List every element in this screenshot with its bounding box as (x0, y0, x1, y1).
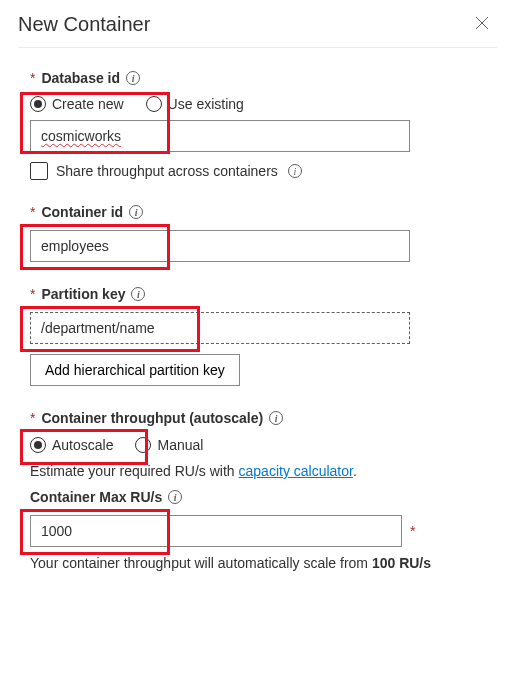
radio-icon (146, 96, 162, 112)
partition-key-input[interactable] (30, 312, 410, 344)
info-icon[interactable]: i (131, 287, 145, 301)
use-existing-radio[interactable]: Use existing (146, 96, 244, 112)
info-icon[interactable]: i (126, 71, 140, 85)
info-icon[interactable]: i (269, 411, 283, 425)
container-id-label: * Container id i (30, 204, 497, 220)
radio-icon (30, 437, 46, 453)
partition-key-group: * Partition key i Add hierarchical parti… (18, 286, 497, 386)
info-icon[interactable]: i (168, 490, 182, 504)
share-throughput-label: Share throughput across containers (56, 163, 278, 179)
manual-radio[interactable]: Manual (135, 437, 203, 453)
radio-icon (135, 437, 151, 453)
capacity-calculator-link[interactable]: capacity calculator (239, 463, 353, 479)
throughput-label: * Container throughput (autoscale) i (30, 410, 497, 426)
max-ru-label: Container Max RU/s i (30, 489, 497, 505)
throughput-group: * Container throughput (autoscale) i Aut… (18, 410, 497, 571)
throughput-footnote: Your container throughput will automatic… (30, 555, 497, 571)
panel-title: New Container (18, 13, 150, 36)
new-container-panel: New Container * Database id i Create new… (0, 0, 515, 613)
database-id-label: * Database id i (30, 70, 497, 86)
throughput-mode-radios: Autoscale Manual (30, 437, 203, 453)
partition-key-label: * Partition key i (30, 286, 497, 302)
estimate-helper: Estimate your required RU/s with capacit… (30, 463, 497, 479)
add-hierarchical-partition-button[interactable]: Add hierarchical partition key (30, 354, 240, 386)
share-throughput-row: Share throughput across containers i (30, 162, 497, 180)
radio-icon (30, 96, 46, 112)
autoscale-radio[interactable]: Autoscale (30, 437, 113, 453)
database-id-group: * Database id i Create new Use existing … (18, 70, 497, 180)
max-ru-input[interactable] (30, 515, 402, 547)
create-new-radio[interactable]: Create new (30, 96, 124, 112)
info-icon[interactable]: i (288, 164, 302, 178)
database-mode-radios: Create new Use existing (30, 96, 497, 112)
container-id-group: * Container id i (18, 204, 497, 262)
close-icon (475, 16, 489, 30)
share-throughput-checkbox[interactable] (30, 162, 48, 180)
info-icon[interactable]: i (129, 205, 143, 219)
container-id-input[interactable] (30, 230, 410, 262)
panel-header: New Container (18, 12, 497, 48)
close-button[interactable] (467, 12, 497, 37)
database-id-input[interactable]: cosmicworks (30, 120, 410, 152)
